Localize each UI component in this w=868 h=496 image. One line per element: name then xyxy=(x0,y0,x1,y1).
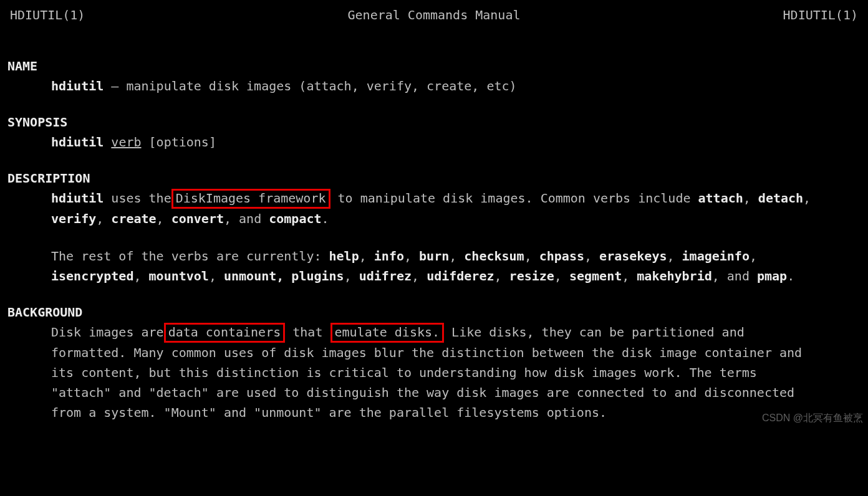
cmd-name: hdiutil xyxy=(51,79,104,93)
header-right: HDIUTIL(1) xyxy=(783,5,858,25)
background-para: Disk images are data containers that emu… xyxy=(51,322,818,422)
verb-help: help xyxy=(329,249,359,264)
verb-checksum: checksum xyxy=(464,249,524,264)
verb-verify: verify xyxy=(51,211,96,226)
verb-isencrypted: isencrypted xyxy=(51,269,133,284)
bg-t2: that xyxy=(285,325,330,340)
boxed-diskimages-framework: DiskImages framework xyxy=(171,189,330,209)
verb-chpass: chpass xyxy=(539,249,584,264)
boxed-data-containers: data containers xyxy=(164,323,286,343)
section-background-head: BACKGROUND xyxy=(7,302,861,322)
desc2-period: . xyxy=(787,269,794,284)
section-synopsis-body: hdiutil verb [options] xyxy=(51,132,818,152)
section-name-body: hdiutil – manipulate disk images (attach… xyxy=(51,76,818,96)
desc-and: , and xyxy=(224,211,269,226)
description-para2: The rest of the verbs are currently: hel… xyxy=(51,246,818,286)
synopsis-cmd: hdiutil xyxy=(51,135,104,150)
desc-t1: uses the xyxy=(104,191,171,206)
verb-unmount: unmount, xyxy=(224,269,284,284)
desc2-and: , and xyxy=(712,269,757,284)
verb-attach: attach xyxy=(698,191,743,206)
synopsis-verb: verb xyxy=(111,135,141,150)
bg-t1: Disk images are xyxy=(51,325,164,340)
verb-mountvol: mountvol xyxy=(149,269,209,284)
verb-create: create xyxy=(111,211,156,226)
verb-imageinfo: imageinfo xyxy=(682,249,750,264)
verb-udifderez: udifderez xyxy=(427,269,494,284)
section-synopsis-head: SYNOPSIS xyxy=(7,112,861,132)
verb-detach: detach xyxy=(758,191,803,206)
desc-t2: to manipulate disk images. Common verbs … xyxy=(330,191,698,206)
synopsis-options: [options] xyxy=(142,135,216,150)
verb-erasekeys: erasekeys xyxy=(599,249,667,264)
verb-segment: segment xyxy=(569,269,622,284)
verb-burn: burn xyxy=(419,249,449,264)
verb-resize: resize xyxy=(509,269,554,284)
section-name-head: NAME xyxy=(7,56,861,76)
verb-convert: convert xyxy=(171,211,224,226)
verb-info: info xyxy=(374,249,404,264)
description-para1: hdiutil uses the DiskImages framework to… xyxy=(51,188,818,229)
watermark: CSDN @北冥有鱼被烹 xyxy=(762,410,863,426)
section-description-head: DESCRIPTION xyxy=(7,168,861,188)
verb-makehybrid: makehybrid xyxy=(637,269,711,284)
desc-period: . xyxy=(322,211,329,226)
header-center: General Commands Manual xyxy=(348,5,521,25)
boxed-emulate-disks: emulate disks. xyxy=(330,323,445,343)
verb-plugins: plugins xyxy=(291,269,344,284)
verb-pmap: pmap xyxy=(757,269,787,284)
header-left: HDIUTIL(1) xyxy=(10,5,85,25)
desc-cmd: hdiutil xyxy=(51,191,104,206)
verb-compact: compact xyxy=(269,211,321,226)
name-desc: – manipulate disk images (attach, verify… xyxy=(104,79,516,93)
verb-udifrez: udifrez xyxy=(359,269,412,284)
manpage-header: HDIUTIL(1) General Commands Manual HDIUT… xyxy=(7,5,861,25)
desc2-t0: The rest of the verbs are currently: xyxy=(51,249,329,264)
